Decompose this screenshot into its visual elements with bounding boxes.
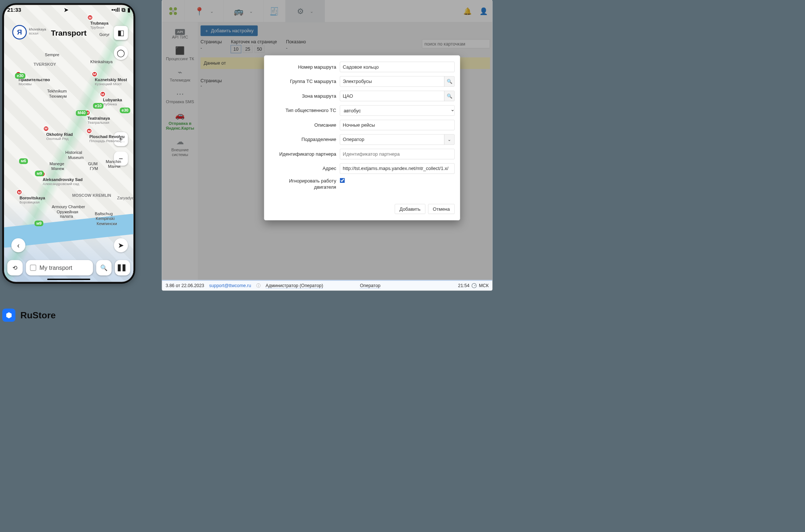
metro-label: Trubnaya xyxy=(90,21,108,26)
poi-label: Manege xyxy=(50,162,64,166)
input-route-no[interactable] xyxy=(340,62,455,72)
bus-chip[interactable]: м6 xyxy=(19,158,28,164)
poi-label: Goryr xyxy=(99,32,110,37)
poi-label: Tekhnikum xyxy=(47,89,67,94)
metro-icon[interactable]: M xyxy=(100,91,106,97)
metro-label: Lubyanka xyxy=(103,98,122,102)
input-dept[interactable] xyxy=(340,134,445,145)
phone-mockup: 21:33 ➤ ••ıll ⧉ ▮ Я khovskaya вская Tran… xyxy=(3,4,135,283)
metro-sublabel: Лубянка xyxy=(103,102,117,106)
rustore-label: RuStore xyxy=(21,310,56,320)
phone-status-bar: 21:33 ➤ ••ıll ⧉ ▮ xyxy=(7,7,130,13)
metro-icon[interactable]: M xyxy=(92,71,98,77)
metro-icon[interactable]: M xyxy=(86,128,92,134)
metro-sublabel: Трубная xyxy=(90,25,104,29)
bookmarks-button[interactable]: ▋▋ xyxy=(115,260,130,275)
metro-icon[interactable]: M xyxy=(16,189,22,195)
footer-role[interactable]: Оператор xyxy=(360,283,380,288)
metro-label: Borovitskaya xyxy=(19,196,45,200)
input-partner[interactable] xyxy=(340,149,455,159)
metro-sublabel: Москвы xyxy=(19,82,32,86)
bus-chip[interactable]: M40 xyxy=(76,110,87,116)
metro-label: Okhotny Riad xyxy=(46,132,73,137)
lbl-route-no: Номер маршрута xyxy=(269,64,340,70)
rustore-icon[interactable]: ⬢ xyxy=(2,308,15,322)
poi-label: Кемпински xyxy=(97,221,117,226)
back-button[interactable]: ‹ xyxy=(11,238,25,252)
poi-label: Armoury Chamber xyxy=(52,205,85,209)
metro-icon[interactable]: M xyxy=(43,126,49,131)
district-label: TVERSKOY xyxy=(33,62,56,67)
footer-email[interactable]: support@ttwcome.ru xyxy=(209,283,251,288)
poi-label: ГУМ xyxy=(90,167,98,171)
lbl-pt-type: Тип общественного ТС xyxy=(269,108,340,113)
input-desc[interactable] xyxy=(340,120,455,130)
metro-label: Teatralnaya xyxy=(88,116,110,121)
chevron-down-icon: ⌄ xyxy=(447,137,452,142)
bus-chip[interactable]: e30 xyxy=(15,73,25,79)
bus-chip[interactable]: e30 xyxy=(120,108,130,113)
search-ts-group-button[interactable]: 🔍 xyxy=(444,76,454,87)
poi-label: Kempinski xyxy=(96,217,115,221)
input-ts-group[interactable] xyxy=(340,76,445,87)
modal-cancel-button[interactable]: Отмена xyxy=(428,204,455,214)
lbl-addr: Адрес xyxy=(269,166,340,171)
lbl-partner: Идентификатор партнера xyxy=(269,151,340,157)
search-icon: 🔍 xyxy=(447,79,452,84)
help-icon[interactable]: ⓘ xyxy=(256,282,261,289)
checkbox-icon xyxy=(30,265,36,271)
poi-label: GUM xyxy=(88,162,98,166)
status-time: 21:33 xyxy=(7,7,21,13)
footer-user[interactable]: Администратор (Оператор) xyxy=(266,283,323,288)
my-transport-button[interactable]: My transport xyxy=(26,260,93,275)
metro-sublabel: Александровский сад xyxy=(43,182,79,186)
poi-label: Baltschug xyxy=(95,211,113,216)
poi-label: Manchin xyxy=(106,159,121,164)
settings-modal: Номер маршрута Группа ТС маршрута 🔍 Зона… xyxy=(264,55,460,220)
metro-sublabel: Охотный Ряд xyxy=(46,137,68,141)
footer-time: 21:54 xyxy=(458,283,469,288)
bus-chip[interactable]: м9 xyxy=(35,221,43,226)
dept-dropdown-button[interactable]: ⌄ xyxy=(444,134,454,145)
my-transport-label: My transport xyxy=(40,264,72,271)
rustore-badge-row: ⬢ RuStore xyxy=(2,308,56,322)
metro-label: Aleksandrovsky Sad xyxy=(43,177,83,182)
footer-tz: МСК xyxy=(479,283,489,288)
poi-label: Техникум xyxy=(49,94,66,99)
poi-label: палата xyxy=(60,214,73,219)
input-zone[interactable] xyxy=(340,91,445,101)
lbl-dept: Подразделение xyxy=(269,137,340,142)
checkbox-ignore-engine[interactable] xyxy=(340,178,345,183)
search-icon: 🔍 xyxy=(447,93,452,99)
locate-button[interactable]: ➤ xyxy=(114,238,128,252)
routes-button[interactable]: ⟲ xyxy=(7,260,23,275)
search-zone-button[interactable]: 🔍 xyxy=(444,91,454,101)
metro-sublabel: Площадь Революц… xyxy=(89,139,125,143)
clock-icon xyxy=(472,283,477,288)
bus-chip[interactable]: e10 xyxy=(93,103,103,109)
lbl-zone: Зона маршрута xyxy=(269,93,340,99)
location-arrow-icon: ➤ xyxy=(64,7,68,13)
poi-label: Khinkalnaya xyxy=(90,59,113,64)
signal-icon: ••ıll xyxy=(112,7,120,13)
lbl-ts-group: Группа ТС маршрута xyxy=(269,79,340,84)
lbl-desc: Описание xyxy=(269,122,340,128)
search-button[interactable]: 🔍 xyxy=(96,260,112,275)
compass-button[interactable]: ◯ xyxy=(114,46,128,60)
modal-add-button[interactable]: Добавить xyxy=(395,204,425,214)
home-indicator xyxy=(47,279,90,280)
metro-icon[interactable]: M xyxy=(87,15,93,21)
poi-label: Historical xyxy=(65,150,82,155)
footer-version: 3.86 от 22.06.2023 xyxy=(166,283,204,288)
input-addr[interactable] xyxy=(340,163,455,174)
layers-button[interactable]: ◧ xyxy=(114,26,128,40)
select-pt-type[interactable]: автобус xyxy=(340,105,455,116)
metro-sublabel: Театральная xyxy=(88,121,109,125)
poi-label: Манеж xyxy=(51,167,64,171)
bus-chip[interactable]: м9 xyxy=(35,171,44,176)
metro-label: Kuznetskiy Most xyxy=(95,77,127,82)
battery-icon: ▮ xyxy=(127,7,130,13)
poi-label: Museum xyxy=(68,155,84,160)
lbl-ignore-engine: Игнорировать работу двигателя xyxy=(269,178,340,191)
poi-label: Sempre xyxy=(45,53,59,57)
